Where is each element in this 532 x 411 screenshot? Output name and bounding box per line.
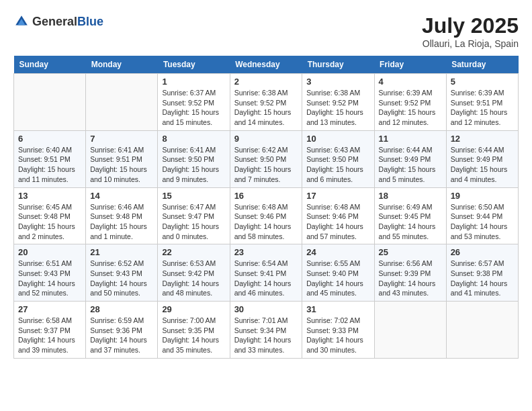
day-number: 13 [18,191,81,201]
day-info: Sunrise: 6:59 AM Sunset: 9:36 PM Dayligh… [90,316,153,355]
day-info: Sunrise: 6:41 AM Sunset: 9:50 PM Dayligh… [162,145,225,185]
day-number: 4 [379,77,442,87]
day-cell-7: 7Sunrise: 6:41 AM Sunset: 9:51 PM Daylig… [86,130,158,187]
page-header: GeneralBlue July 2025 Ollauri, La Rioja,… [13,13,519,49]
day-cell-16: 16Sunrise: 6:48 AM Sunset: 9:46 PM Dayli… [230,187,302,244]
day-info: Sunrise: 7:01 AM Sunset: 9:34 PM Dayligh… [234,316,298,355]
day-cell-13: 13Sunrise: 6:45 AM Sunset: 9:48 PM Dayli… [14,187,86,244]
day-number: 15 [162,191,225,201]
day-cell-10: 10Sunrise: 6:43 AM Sunset: 9:50 PM Dayli… [302,130,374,187]
day-info: Sunrise: 6:41 AM Sunset: 9:51 PM Dayligh… [90,145,153,185]
day-cell-28: 28Sunrise: 6:59 AM Sunset: 9:36 PM Dayli… [86,302,158,359]
weekday-header-monday: Monday [86,56,158,74]
day-cell-4: 4Sunrise: 6:39 AM Sunset: 9:52 PM Daylig… [374,74,446,131]
week-row-1: 1Sunrise: 6:37 AM Sunset: 9:52 PM Daylig… [14,74,519,131]
day-info: Sunrise: 7:00 AM Sunset: 9:35 PM Dayligh… [162,316,225,355]
day-number: 14 [90,191,153,201]
day-info: Sunrise: 6:46 AM Sunset: 9:48 PM Dayligh… [90,202,153,242]
day-cell-1: 1Sunrise: 6:37 AM Sunset: 9:52 PM Daylig… [158,74,230,131]
day-info: Sunrise: 6:56 AM Sunset: 9:39 PM Dayligh… [379,259,442,298]
day-number: 11 [379,134,442,144]
calendar-header: SundayMondayTuesdayWednesdayThursdayFrid… [14,56,519,74]
day-cell-18: 18Sunrise: 6:49 AM Sunset: 9:45 PM Dayli… [374,187,446,244]
day-number: 31 [306,304,369,314]
day-number: 18 [379,191,442,201]
day-cell-29: 29Sunrise: 7:00 AM Sunset: 9:35 PM Dayli… [158,302,230,359]
day-cell-19: 19Sunrise: 6:50 AM Sunset: 9:44 PM Dayli… [446,187,518,244]
day-number: 29 [162,304,225,314]
day-info: Sunrise: 6:39 AM Sunset: 9:52 PM Dayligh… [379,88,442,128]
day-info: Sunrise: 6:53 AM Sunset: 9:42 PM Dayligh… [162,259,225,298]
day-number: 9 [234,134,298,144]
day-cell-3: 3Sunrise: 6:38 AM Sunset: 9:52 PM Daylig… [302,74,374,131]
day-info: Sunrise: 6:45 AM Sunset: 9:48 PM Dayligh… [18,202,81,242]
day-cell-15: 15Sunrise: 6:47 AM Sunset: 9:47 PM Dayli… [158,187,230,244]
day-cell-20: 20Sunrise: 6:51 AM Sunset: 9:43 PM Dayli… [14,244,86,302]
day-info: Sunrise: 6:52 AM Sunset: 9:43 PM Dayligh… [90,259,153,298]
weekday-header-sunday: Sunday [14,56,86,74]
day-info: Sunrise: 6:43 AM Sunset: 9:50 PM Dayligh… [306,145,369,185]
day-info: Sunrise: 6:47 AM Sunset: 9:47 PM Dayligh… [162,202,225,242]
day-info: Sunrise: 6:40 AM Sunset: 9:51 PM Dayligh… [18,145,81,185]
day-cell-6: 6Sunrise: 6:40 AM Sunset: 9:51 PM Daylig… [14,130,86,187]
day-number: 12 [451,134,514,144]
day-cell-22: 22Sunrise: 6:53 AM Sunset: 9:42 PM Dayli… [158,244,230,302]
calendar-table: SundayMondayTuesdayWednesdayThursdayFrid… [13,56,519,359]
day-info: Sunrise: 6:51 AM Sunset: 9:43 PM Dayligh… [18,259,81,298]
day-number: 17 [306,191,369,201]
week-row-5: 27Sunrise: 6:58 AM Sunset: 9:37 PM Dayli… [14,302,519,359]
day-number: 7 [90,134,153,144]
day-number: 1 [162,77,225,87]
day-info: Sunrise: 6:48 AM Sunset: 9:46 PM Dayligh… [234,202,298,242]
title-block: July 2025 Ollauri, La Rioja, Spain [422,13,519,49]
day-number: 6 [18,134,81,144]
day-number: 27 [18,304,81,314]
day-info: Sunrise: 6:39 AM Sunset: 9:51 PM Dayligh… [451,88,514,128]
empty-cell [14,74,86,131]
day-number: 30 [234,304,298,314]
day-number: 26 [451,247,514,257]
day-info: Sunrise: 6:58 AM Sunset: 9:37 PM Dayligh… [18,316,81,355]
day-number: 10 [306,134,369,144]
location-subtitle: Ollauri, La Rioja, Spain [422,38,519,49]
week-row-4: 20Sunrise: 6:51 AM Sunset: 9:43 PM Dayli… [14,244,519,302]
weekday-header-thursday: Thursday [302,56,374,74]
day-cell-12: 12Sunrise: 6:44 AM Sunset: 9:49 PM Dayli… [446,130,518,187]
day-number: 16 [234,191,298,201]
weekday-header-friday: Friday [374,56,446,74]
day-info: Sunrise: 6:49 AM Sunset: 9:45 PM Dayligh… [379,202,442,242]
day-number: 8 [162,134,225,144]
day-cell-24: 24Sunrise: 6:55 AM Sunset: 9:40 PM Dayli… [302,244,374,302]
day-number: 20 [18,247,81,257]
empty-cell [446,302,518,359]
week-row-2: 6Sunrise: 6:40 AM Sunset: 9:51 PM Daylig… [14,130,519,187]
day-info: Sunrise: 6:44 AM Sunset: 9:49 PM Dayligh… [379,145,442,185]
empty-cell [86,74,158,131]
weekday-header-row: SundayMondayTuesdayWednesdayThursdayFrid… [14,56,519,74]
day-cell-21: 21Sunrise: 6:52 AM Sunset: 9:43 PM Dayli… [86,244,158,302]
week-row-3: 13Sunrise: 6:45 AM Sunset: 9:48 PM Dayli… [14,187,519,244]
day-number: 22 [162,247,225,257]
day-info: Sunrise: 6:55 AM Sunset: 9:40 PM Dayligh… [306,259,369,298]
day-cell-23: 23Sunrise: 6:54 AM Sunset: 9:41 PM Dayli… [230,244,302,302]
day-info: Sunrise: 6:38 AM Sunset: 9:52 PM Dayligh… [306,88,369,128]
day-cell-31: 31Sunrise: 7:02 AM Sunset: 9:33 PM Dayli… [302,302,374,359]
logo: GeneralBlue [13,13,103,30]
day-info: Sunrise: 7:02 AM Sunset: 9:33 PM Dayligh… [306,316,369,355]
day-number: 23 [234,247,298,257]
day-number: 24 [306,247,369,257]
logo-general-text: General [32,15,77,28]
day-number: 19 [451,191,514,201]
logo-blue-text: Blue [77,15,103,28]
day-number: 25 [379,247,442,257]
day-cell-27: 27Sunrise: 6:58 AM Sunset: 9:37 PM Dayli… [14,302,86,359]
day-number: 28 [90,304,153,314]
day-info: Sunrise: 6:42 AM Sunset: 9:50 PM Dayligh… [234,145,298,185]
day-cell-2: 2Sunrise: 6:38 AM Sunset: 9:52 PM Daylig… [230,74,302,131]
weekday-header-tuesday: Tuesday [158,56,230,74]
empty-cell [374,302,446,359]
day-info: Sunrise: 6:57 AM Sunset: 9:38 PM Dayligh… [451,259,514,298]
day-cell-5: 5Sunrise: 6:39 AM Sunset: 9:51 PM Daylig… [446,74,518,131]
logo-icon [13,13,30,30]
weekday-header-saturday: Saturday [446,56,518,74]
